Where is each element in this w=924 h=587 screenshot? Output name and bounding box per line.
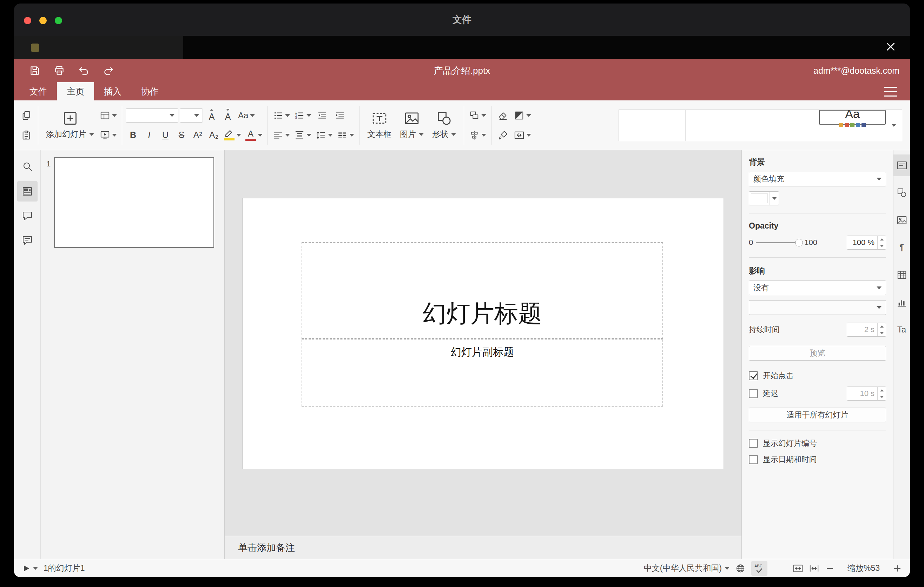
table-settings-button[interactable] <box>893 264 910 286</box>
spin-down[interactable] <box>878 242 886 249</box>
maximize-traffic-button[interactable] <box>55 17 62 24</box>
preview-button[interactable]: 预览 <box>749 346 886 361</box>
chevron-down-icon <box>419 133 424 136</box>
increase-indent-button[interactable] <box>332 107 348 124</box>
tab-home[interactable]: 主页 <box>57 82 94 101</box>
font-name-select[interactable] <box>126 109 178 122</box>
print-button[interactable] <box>49 62 69 79</box>
textart-settings-button[interactable]: Ta <box>893 319 910 341</box>
bullets-button[interactable] <box>271 107 291 124</box>
highlight-color-button[interactable] <box>223 127 243 143</box>
font-color-button[interactable]: A <box>244 127 264 143</box>
document-language-button[interactable] <box>735 563 746 574</box>
spin-up[interactable] <box>878 323 886 330</box>
opacity-slider[interactable] <box>756 238 802 247</box>
minimize-traffic-button[interactable] <box>39 17 47 24</box>
start-slideshow-button[interactable] <box>98 127 118 143</box>
horizontal-align-button[interactable] <box>271 127 291 143</box>
effect-select[interactable]: 没有 <box>749 280 886 295</box>
increase-font-button[interactable]: A <box>204 108 219 123</box>
close-traffic-button[interactable] <box>24 17 31 24</box>
slides-panel-button[interactable] <box>17 181 38 201</box>
numbering-button[interactable]: 123 <box>293 107 313 124</box>
tab-file[interactable]: 文件 <box>20 82 57 101</box>
insert-image-button[interactable]: 图片 <box>396 104 428 147</box>
decrease-indent-button[interactable] <box>314 107 330 124</box>
undo-button[interactable] <box>74 62 94 79</box>
spin-up[interactable] <box>878 236 886 242</box>
theme-gallery-expand-button[interactable] <box>886 110 902 141</box>
align-shapes-button[interactable] <box>468 127 488 143</box>
columns-button[interactable] <box>336 127 356 143</box>
arrange-shapes-button[interactable] <box>468 107 488 124</box>
underline-button[interactable]: U <box>158 127 173 143</box>
color-scheme-button[interactable] <box>513 107 533 124</box>
slide-size-button[interactable] <box>513 127 533 143</box>
copy-style-button[interactable] <box>495 127 511 143</box>
comments-panel-button[interactable] <box>17 206 38 226</box>
font-size-select[interactable] <box>180 109 203 122</box>
spin-down[interactable] <box>878 394 886 400</box>
effect-type-select[interactable] <box>749 300 886 315</box>
superscript-button[interactable]: A² <box>190 127 205 143</box>
slide-canvas[interactable]: 幻灯片标题 幻灯片副标题 <box>225 150 741 536</box>
tab-insert[interactable]: 插入 <box>94 82 131 101</box>
delay-checkbox[interactable] <box>749 389 758 398</box>
save-button[interactable] <box>25 62 45 79</box>
slide-thumbnail[interactable] <box>54 157 214 248</box>
start-slideshow-status-button[interactable] <box>22 564 38 572</box>
delay-input[interactable]: 10 s <box>847 386 886 401</box>
subscript-button[interactable]: A₂ <box>206 127 221 143</box>
copy-button[interactable] <box>18 107 35 124</box>
spellcheck-button[interactable]: ABC <box>751 561 767 576</box>
zoom-in-button[interactable] <box>893 564 902 573</box>
close-button[interactable] <box>883 39 898 54</box>
slide-settings-button[interactable] <box>893 155 910 176</box>
show-date-time-checkbox[interactable] <box>749 455 758 464</box>
title-placeholder[interactable]: 幻灯片标题 <box>302 242 663 339</box>
insert-textbox-button[interactable]: 文本框 <box>363 104 396 147</box>
slider-knob[interactable] <box>795 239 803 246</box>
tab-collaboration[interactable]: 协作 <box>131 82 168 101</box>
vertical-align-button[interactable] <box>293 127 313 143</box>
search-panel-button[interactable] <box>17 157 38 177</box>
hamburger-menu-button[interactable] <box>884 87 897 97</box>
notes-area[interactable]: 单击添加备注 <box>225 536 741 559</box>
decrease-font-button[interactable]: A <box>221 108 235 123</box>
italic-button[interactable]: I <box>142 127 157 143</box>
redo-button[interactable] <box>98 62 119 79</box>
theme-thumbnail[interactable] <box>619 110 686 141</box>
add-slide-button[interactable]: 添加幻灯片 <box>42 104 98 147</box>
chat-panel-button[interactable] <box>17 230 38 251</box>
image-settings-button[interactable] <box>893 209 910 231</box>
paragraph-settings-button[interactable]: ¶ <box>893 237 910 258</box>
spin-down[interactable] <box>878 330 886 336</box>
theme-thumbnail[interactable] <box>686 110 752 141</box>
chart-settings-button[interactable] <box>893 292 910 313</box>
slide[interactable]: 幻灯片标题 幻灯片副标题 <box>243 198 724 469</box>
change-case-button[interactable]: Aa <box>237 107 256 124</box>
zoom-out-button[interactable] <box>825 564 835 573</box>
spin-up[interactable] <box>878 387 886 394</box>
language-select[interactable]: 中文(中华人民共和国) <box>644 563 729 574</box>
clear-style-button[interactable] <box>495 107 511 124</box>
shape-settings-button[interactable] <box>893 182 910 204</box>
opacity-input[interactable]: 100 % <box>847 236 886 250</box>
theme-thumbnail-selected[interactable]: Aa <box>819 110 886 125</box>
fill-color-picker[interactable] <box>749 191 779 205</box>
fit-width-button[interactable] <box>809 563 819 574</box>
theme-thumbnail[interactable] <box>752 110 819 141</box>
duration-input[interactable]: 2 s <box>847 323 886 337</box>
insert-shape-button[interactable]: 形状 <box>428 104 460 147</box>
subtitle-placeholder[interactable]: 幻灯片副标题 <box>302 340 663 407</box>
paste-button[interactable] <box>18 127 35 143</box>
strikethrough-button[interactable]: S <box>174 127 189 143</box>
fill-type-select[interactable]: 颜色填充 <box>749 171 886 186</box>
fit-slide-button[interactable] <box>793 563 803 574</box>
line-spacing-button[interactable] <box>314 127 334 143</box>
apply-to-all-slides-button[interactable]: 适用于所有幻灯片 <box>749 407 886 422</box>
bold-button[interactable]: B <box>126 127 140 143</box>
slide-layout-button[interactable] <box>98 107 118 124</box>
start-on-click-checkbox[interactable] <box>749 371 758 380</box>
show-slide-number-checkbox[interactable] <box>749 439 758 448</box>
